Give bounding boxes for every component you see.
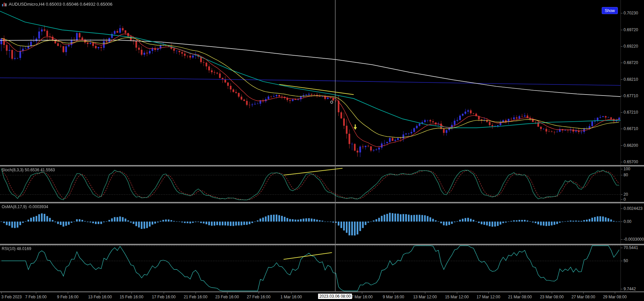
osma-scale-label: -0.0033000	[624, 237, 644, 242]
rsi-scale-label: 50	[624, 258, 628, 263]
time-axis-label: 27 Feb 16:00	[247, 295, 271, 299]
time-axis-label: 21 Mar 08:00	[508, 295, 532, 299]
main-scale-label: 0.67710	[624, 94, 638, 98]
time-axis-tick	[164, 292, 164, 294]
time-axis-label: 9 Mar 16:00	[383, 295, 404, 299]
time-axis-label: 7 Feb 16:00	[25, 295, 47, 299]
time-axis-label: 13 Feb 16:00	[88, 295, 112, 299]
osma-label: OsMA(8,17,9) -0.0003934	[2, 204, 48, 209]
osma-scale-label: 0.00	[624, 219, 631, 224]
scale-border-line	[621, 0, 621, 291]
time-axis-tick	[362, 292, 362, 294]
time-axis-tick	[36, 292, 36, 294]
time-axis-tick	[615, 292, 615, 294]
time-axis-tick	[552, 292, 552, 294]
time-axis-tick	[68, 292, 68, 294]
main-scale-label: 0.68720	[624, 60, 638, 65]
chart-icon	[2, 2, 7, 6]
time-axis-label: 13 Mar 12:00	[413, 295, 437, 299]
time-axis-label: 17 Feb 16:00	[152, 295, 176, 299]
time-axis-tick	[259, 292, 259, 294]
time-axis-label: 21 Feb 16:00	[184, 295, 208, 299]
main-chart-canvas[interactable]	[0, 0, 621, 165]
panel-separator[interactable]	[0, 165, 644, 167]
time-axis-tick	[227, 292, 227, 294]
osma-scale-label: 0.0024423	[624, 206, 643, 211]
stoch-scale-label: 20	[624, 192, 628, 197]
time-axis-label: 17 Mar 12:00	[477, 295, 500, 299]
rsi-scale-label: 70.5441	[624, 245, 638, 250]
main-scale-label: 0.66200	[624, 143, 638, 148]
rsi-canvas[interactable]	[0, 245, 621, 291]
show-panel-button[interactable]: Show	[602, 7, 618, 14]
stochastic-panel: Stoch(8,3,3) 50.6536 41.5563	[0, 167, 621, 202]
time-axis[interactable]: 3 Feb 20237 Feb 16:009 Feb 16:0013 Feb 1…	[0, 292, 644, 301]
time-axis-tick	[196, 292, 196, 294]
stochastic-canvas[interactable]	[0, 167, 621, 202]
main-scale-label: 0.68210	[624, 77, 638, 82]
axis-separator	[0, 291, 644, 292]
time-axis-tick	[291, 292, 291, 294]
osma-panel: OsMA(8,17,9) -0.0003934	[0, 203, 621, 244]
panel-separator[interactable]	[0, 202, 644, 203]
time-axis-tick	[583, 292, 584, 294]
main-scale-label: 0.69220	[624, 44, 638, 49]
time-axis-tick	[1, 292, 2, 294]
time-axis-label: 23 Mar 08:00	[540, 295, 564, 299]
chart-title-bar: AUDUSDmicro,H4 0.65003 0.65046 0.64932 0…	[2, 2, 112, 7]
main-chart-panel: AUDUSDmicro,H4 0.65003 0.65046 0.64932 0…	[0, 0, 621, 165]
main-scale-label: 0.67210	[624, 110, 638, 115]
time-axis-label: 15 Feb 16:00	[120, 295, 144, 299]
time-axis-label: 9 Feb 16:00	[57, 295, 78, 299]
current-time-badge: 2023.03.06 08:00	[318, 294, 352, 299]
main-scale-label: 0.65700	[624, 160, 638, 164]
time-axis-tick	[393, 292, 394, 294]
chart-window: AUDUSDmicro,H4 0.65003 0.65046 0.64932 0…	[0, 0, 644, 301]
time-axis-label: 3 Feb 2023	[1, 295, 22, 299]
time-axis-label: 15 Mar 12:00	[445, 295, 469, 299]
time-axis-tick	[131, 292, 132, 294]
main-scale-label: 0.70230	[624, 11, 638, 15]
rsi-panel: RSI(10) 48.0169	[0, 245, 621, 291]
stoch-scale-label: 0	[624, 197, 626, 202]
panel-separator[interactable]	[0, 244, 644, 245]
time-axis-tick	[488, 292, 489, 294]
time-axis-label: 1 Mar 16:00	[280, 295, 302, 299]
time-axis-label: 27 Mar 08:00	[572, 295, 595, 299]
time-axis-label: 29 Mar 08:00	[603, 295, 627, 299]
rsi-scale-label: 9.7442	[624, 287, 636, 291]
stoch-scale-label: 100	[624, 167, 630, 171]
time-axis-tick	[100, 292, 100, 294]
main-scale-label: 0.66710	[624, 126, 638, 131]
time-axis-tick	[425, 292, 425, 294]
rsi-label: RSI(10) 48.0169	[2, 246, 31, 251]
time-axis-label: 7 Mar 16:00	[351, 295, 373, 299]
osma-canvas[interactable]	[0, 203, 621, 244]
stoch-scale-label: 80	[624, 173, 628, 177]
stochastic-label: Stoch(8,3,3) 50.6536 41.5563	[2, 168, 55, 172]
price-scale[interactable]: 0.702300.697200.692200.687200.682100.677…	[621, 0, 644, 291]
symbol-quote-title: AUDUSDmicro,H4 0.65003 0.65046 0.64932 0…	[9, 2, 112, 7]
time-axis-label: 23 Feb 16:00	[215, 295, 239, 299]
time-axis-tick	[520, 292, 520, 294]
main-scale-label: 0.69720	[624, 27, 638, 32]
time-axis-tick	[457, 292, 457, 294]
